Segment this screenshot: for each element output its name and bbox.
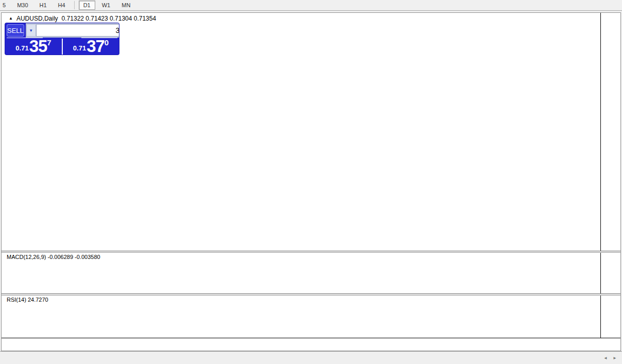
timeframe-button-h4[interactable]: H4 <box>54 1 70 10</box>
chart-client-area[interactable]: ▲ AUDUSD,Daily 0.71322 0.71423 0.71304 0… <box>2 13 620 351</box>
volume-group: ▼ ▲ <box>26 23 119 38</box>
date-axis[interactable] <box>2 338 620 351</box>
timeframe-button-d1[interactable]: D1 <box>79 1 95 10</box>
volume-decrease-button[interactable]: ▼ <box>26 24 36 37</box>
volume-input[interactable] <box>36 24 119 37</box>
tab-scroll-left-icon[interactable]: ◄ <box>603 356 610 360</box>
sell-price-prefix: 0.71 <box>15 43 28 54</box>
buy-price-prefix: 0.71 <box>73 43 86 54</box>
trade-panel-top-row: SELL ▼ ▲ BUY <box>5 23 119 38</box>
buy-price[interactable]: 0.71 37 0 <box>63 39 119 55</box>
timeframe-button-mn[interactable]: MN <box>117 1 135 10</box>
price-axis-border <box>600 13 601 338</box>
buy-price-big: 37 <box>87 39 105 54</box>
macd-indicator-label: MACD(12,26,9) -0.006289 -0.003580 <box>7 254 100 260</box>
timeframe-button-h1[interactable]: H1 <box>35 1 51 10</box>
chart-ohlc-values: 0.71322 0.71423 0.71304 0.71354 <box>62 15 157 22</box>
macd-pane-splitter[interactable] <box>2 251 620 253</box>
trading-platform-window: 5M30H1H4D1W1MN ▲ AUDUSD,Daily 0.71322 0.… <box>0 0 622 364</box>
timeframe-button-5[interactable]: 5 <box>1 1 10 10</box>
toolbar-divider <box>74 1 75 9</box>
chart-symbol-label: AUDUSD,Daily <box>16 15 58 22</box>
chart-window: ▲ AUDUSD,Daily 0.71322 0.71423 0.71304 0… <box>1 12 621 351</box>
rsi-indicator-pane[interactable] <box>2 296 600 338</box>
collapse-arrow-icon[interactable]: ▲ <box>9 16 13 21</box>
sell-price[interactable]: 0.71 35 7 <box>5 39 62 55</box>
rsi-pane-splitter[interactable] <box>2 293 620 296</box>
sell-price-pip: 7 <box>47 39 51 46</box>
rsi-indicator-label: RSI(14) 24.7270 <box>7 297 48 303</box>
chart-title: ▲ AUDUSD,Daily 0.71322 0.71423 0.71304 0… <box>9 15 156 22</box>
one-click-trade-panel: SELL ▼ ▲ BUY 0.71 35 7 0.71 <box>5 23 119 55</box>
chart-tab-bar: ◄ ► <box>0 351 622 364</box>
buy-price-pip: 0 <box>105 39 109 46</box>
tab-scroll-right-icon[interactable]: ► <box>613 356 619 360</box>
timeframe-button-w1[interactable]: W1 <box>97 1 115 10</box>
timeframe-button-m30[interactable]: M30 <box>12 1 32 10</box>
timeframe-toolbar: 5M30H1H4D1W1MN <box>0 0 622 11</box>
sell-price-big: 35 <box>29 39 47 54</box>
tab-scroll-arrows: ◄ ► <box>603 356 619 360</box>
sell-button[interactable]: SELL <box>7 24 24 37</box>
